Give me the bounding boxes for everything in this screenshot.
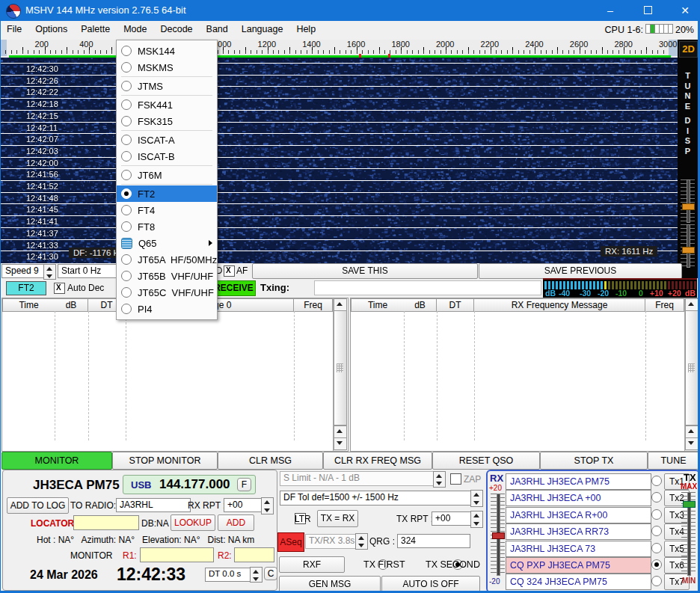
auto-is-off-button[interactable]: AUTO IS OFF <box>381 576 480 592</box>
scroll-down-button[interactable] <box>685 437 699 450</box>
mode-menu-item-jt65b[interactable]: JT65B VHF/UHF <box>117 268 217 284</box>
clr-rx-freq-msg-button[interactable]: CLR RX FREQ MSG <box>323 452 432 470</box>
add-button[interactable]: ADD <box>218 514 254 531</box>
maximize-button[interactable] <box>633 0 663 21</box>
rxf-button[interactable]: RXF <box>279 556 345 573</box>
tx-select-radio-6[interactable] <box>651 559 662 570</box>
tx-message-5[interactable]: JA3RHL JH3ECA 73 <box>506 541 651 557</box>
rx-rpt-input[interactable]: +00 <box>224 498 262 512</box>
mode-menu-item-ft4[interactable]: FT4 <box>117 202 217 218</box>
stop-monitor-button[interactable]: STOP MONITOR <box>112 452 218 470</box>
spin-down[interactable] <box>44 272 55 280</box>
column-header-dt[interactable]: DT <box>437 298 474 312</box>
mode-menu-item-jt65a[interactable]: JT65A HF/50MHz <box>117 251 217 268</box>
add-to-log-button[interactable]: ADD TO LOG <box>7 497 69 514</box>
mode-menu-item-iscat-b[interactable]: ISCAT-B <box>117 148 217 165</box>
scrollbar-thumb[interactable] <box>334 310 347 425</box>
scroll-up-button[interactable] <box>334 298 347 311</box>
menubar-item-options[interactable]: Options <box>28 21 74 37</box>
tx-select-radio-3[interactable] <box>651 509 662 520</box>
column-header-rx-frequency-message[interactable]: RX Frequency Message <box>474 298 645 312</box>
r1-input[interactable] <box>140 547 214 562</box>
s-limit-spinner[interactable] <box>433 471 446 488</box>
column-header-time[interactable]: Time <box>2 298 55 312</box>
slider-handle[interactable] <box>682 247 695 254</box>
title-bar[interactable]: MSHV 144 MHz version 2.76.5 64-bit – ✕ <box>0 0 700 21</box>
tune-vertical-label[interactable]: T U N E <box>678 71 698 111</box>
clr-msg-button[interactable]: CLR MSG <box>218 452 323 470</box>
vertical-scrollbar[interactable] <box>684 298 698 451</box>
scrollbar-thumb[interactable] <box>685 310 699 425</box>
tx-select-radio-1[interactable] <box>651 476 662 486</box>
waterfall-display[interactable]: 12:42:3012:42:2612:42:2212:42:1812:42:15… <box>0 58 678 263</box>
mode-menu-item-ft2[interactable]: FT2 <box>117 185 217 202</box>
mode-menu-item-iscat-a[interactable]: ISCAT-A <box>117 132 217 148</box>
tx-message-4[interactable]: JA3RHL JH3ECA RR73 <box>506 523 651 540</box>
tx-message-7[interactable]: CQ 324 JH3ECA PM75 <box>506 574 651 590</box>
menubar-item-language[interactable]: Language <box>235 21 290 37</box>
tx-message-3[interactable]: JA3RHL JH3ECA R+00 <box>506 507 651 523</box>
scroll-up-button[interactable] <box>334 425 347 438</box>
decode-table-right[interactable]: TimedBDTRX Frequency MessageFreq <box>350 298 699 452</box>
tx-select-radio-2[interactable] <box>651 492 662 503</box>
tx-select-radio-5[interactable] <box>651 543 662 553</box>
f-button[interactable]: F <box>237 478 251 491</box>
save-this-button[interactable]: SAVE THIS <box>252 263 478 279</box>
r2-input[interactable] <box>234 547 274 562</box>
scroll-up-button[interactable] <box>685 425 699 438</box>
auto-dec-checkbox[interactable] <box>54 283 65 294</box>
slider-handle[interactable] <box>492 532 505 539</box>
slider-handle[interactable] <box>683 501 696 508</box>
c-button[interactable]: C <box>264 567 277 580</box>
mode-menu-item-pi4[interactable]: PI4 <box>117 301 217 317</box>
speed-spinner[interactable] <box>43 264 56 280</box>
column-header-freq[interactable]: Freq <box>294 298 333 312</box>
tx-message-6[interactable]: CQ PXP JH3ECA PM75 <box>506 557 651 574</box>
scroll-down-button[interactable] <box>334 437 347 450</box>
spin-up[interactable] <box>44 265 55 272</box>
menubar-item-mode[interactable]: Mode <box>117 21 153 37</box>
close-button[interactable]: ✕ <box>670 0 700 21</box>
locator-input[interactable] <box>73 515 139 530</box>
rx-rpt-spinner[interactable] <box>261 497 274 514</box>
waterfall-zero-slider[interactable] <box>681 224 695 266</box>
mode-menu-item-jt65c[interactable]: JT65C VHF/UHF <box>117 284 217 301</box>
rx-gain-slider[interactable] <box>491 494 505 574</box>
tx-select-radio-7[interactable] <box>651 576 662 586</box>
aseq-indicator[interactable]: ASeq <box>277 532 304 552</box>
tx-eq-rx-button[interactable]: TX = RX <box>317 510 358 527</box>
menubar-item-palette[interactable]: Palette <box>74 21 117 37</box>
df-tol-spinner[interactable] <box>470 490 483 507</box>
menubar-item-help[interactable]: Help <box>289 21 322 37</box>
tx-message-1[interactable]: JA3RHL JH3ECA PM75 <box>506 473 651 490</box>
mode-menu-item-q65[interactable]: Q65 <box>117 235 217 251</box>
vertical-scrollbar[interactable] <box>333 298 346 451</box>
minimize-button[interactable]: – <box>595 0 625 21</box>
stop-tx-button[interactable]: STOP TX <box>540 452 648 470</box>
txrx-period-spinner[interactable] <box>355 533 368 550</box>
column-header-db[interactable]: dB <box>404 298 437 312</box>
qrg-input[interactable]: 324 <box>397 534 470 548</box>
mode-menu-item-fsk315[interactable]: FSK315 <box>117 113 217 129</box>
scroll-up-button[interactable] <box>685 298 699 311</box>
monitor-button[interactable]: MONITOR <box>1 452 112 470</box>
waterfall-gain-slider[interactable] <box>681 179 695 221</box>
af-checkbox[interactable] <box>224 265 235 277</box>
column-header-db[interactable]: dB <box>55 298 88 312</box>
tune-button[interactable]: TUNE <box>648 452 699 470</box>
tx-message-2[interactable]: JA3RHL JH3ECA +00 <box>506 490 651 506</box>
decode-table-left[interactable]: TimedBDTMessage 0Freq <box>1 298 349 452</box>
reset-qso-button[interactable]: RESET QSO <box>432 452 540 470</box>
column-header-freq[interactable]: Freq <box>645 298 684 312</box>
dt-spinner[interactable] <box>250 567 262 583</box>
mode-menu-item-mskms[interactable]: MSKMS <box>117 59 217 76</box>
mode-menu-item-jt6m[interactable]: JT6M <box>117 167 217 183</box>
mode-menu-item-msk144[interactable]: MSK144 <box>117 43 217 59</box>
to-radio-input[interactable]: JA3RHL <box>116 498 191 512</box>
tx-select-radio-4[interactable] <box>651 526 662 536</box>
slider-handle[interactable] <box>682 203 695 210</box>
tx-power-slider[interactable] <box>681 492 696 574</box>
disp-vertical-label[interactable]: D I S P <box>678 116 698 156</box>
tx-rpt-spinner[interactable] <box>470 511 483 528</box>
zap-checkbox[interactable] <box>450 473 461 485</box>
